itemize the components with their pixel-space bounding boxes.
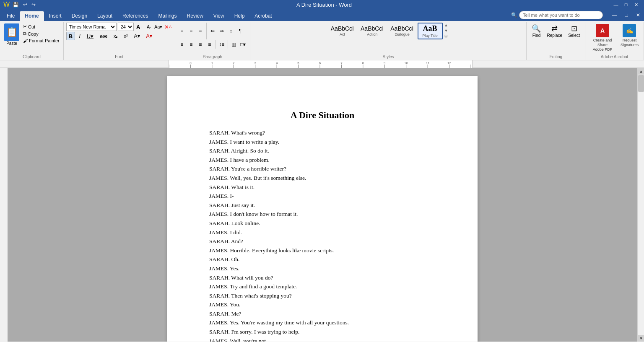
horizontal-ruler: 0123456789101112	[169, 60, 473, 67]
multilevel-button[interactable]: ≡	[196, 27, 205, 35]
svg-text:2: 2	[233, 61, 235, 65]
text-highlight-button[interactable]: A▾	[132, 32, 143, 40]
clear-format-button[interactable]: ✕A	[164, 23, 172, 31]
font-family-select[interactable]: Times New Roma	[66, 23, 117, 31]
sep2	[216, 40, 216, 49]
tab-home[interactable]: Home	[20, 11, 44, 21]
create-share-pdf-button[interactable]: A Create and ShareAdobe PDF	[588, 23, 617, 53]
svg-text:7: 7	[340, 61, 343, 65]
cut-button[interactable]: ✂ Cut	[22, 23, 61, 30]
adobe-content: A Create and ShareAdobe PDF ✍ RequestSig…	[588, 23, 641, 54]
undo-icon[interactable]: ↩	[22, 2, 29, 8]
tab-help[interactable]: Help	[229, 11, 250, 21]
maximize-button[interactable]: □	[621, 1, 631, 8]
scrollbar-thumb[interactable]	[638, 75, 644, 92]
paragraph-content: ≡ ≡ ≡ ⇐ ⇒ ↕ ¶ ≡ ≡ ≡ ≡ ↕≡ ▥ □▾	[178, 23, 247, 54]
change-case-button[interactable]: Aa▾	[154, 23, 163, 31]
right-scrollbar[interactable]: ▲ ▼	[637, 68, 644, 342]
tab-view[interactable]: View	[208, 11, 229, 21]
window-controls: — □ ✕	[611, 1, 641, 8]
tab-references[interactable]: References	[117, 11, 153, 21]
tab-review[interactable]: Review	[182, 11, 208, 21]
scrollbar-track[interactable]	[638, 75, 644, 335]
styles-scroll-down[interactable]: ▼	[444, 28, 449, 33]
strikethrough-button[interactable]: abc	[97, 32, 110, 40]
increase-indent-button[interactable]: ⇒	[218, 27, 226, 35]
bullets-button[interactable]: ≡	[178, 27, 186, 35]
document-line: SARAH. What's wrong?	[209, 128, 436, 137]
styles-group-label[interactable]: Styles	[253, 54, 524, 59]
font-group-label[interactable]: Font	[66, 54, 172, 59]
bold-button[interactable]: B	[66, 32, 75, 40]
word-icon: W	[3, 1, 10, 8]
document-area[interactable]: A Dire Situation SARAH. What's wrong?JAM…	[8, 68, 637, 342]
style-label: Action	[367, 32, 377, 36]
paste-button[interactable]: 📋 Paste	[3, 23, 21, 47]
editing-group-label[interactable]: Editing	[529, 54, 582, 59]
align-center-button[interactable]: ≡	[187, 40, 195, 49]
styles-items: AaBbCcIActAaBbCcIActionAaBbCcIDialogueAa…	[328, 23, 443, 39]
tab-design[interactable]: Design	[67, 11, 92, 21]
ribbon-restore-btn[interactable]: □	[621, 9, 632, 21]
svg-text:3: 3	[254, 61, 256, 65]
subscript-button[interactable]: x₂	[111, 32, 120, 40]
styles-more[interactable]: ⊞	[444, 34, 449, 39]
request-signatures-icon: ✍	[623, 24, 636, 37]
document-line: SARAH. And?	[209, 237, 436, 246]
style-preview: AaBbCcI	[390, 25, 413, 32]
close-button[interactable]: ✕	[631, 1, 641, 8]
clipboard-label[interactable]: Clipboard	[3, 54, 61, 59]
font-size-select[interactable]: 24	[118, 23, 134, 31]
create-share-pdf-label: Create and ShareAdobe PDF	[590, 38, 615, 52]
underline-button[interactable]: U▾	[84, 32, 96, 40]
svg-text:11: 11	[426, 61, 430, 65]
document-heading[interactable]: A Dire Situation	[209, 110, 436, 121]
replace-button[interactable]: ⇄ Replace	[544, 23, 565, 39]
italic-button[interactable]: I	[76, 32, 83, 40]
decrease-font-size-button[interactable]: A-	[145, 23, 153, 31]
increase-font-size-button[interactable]: A+	[135, 23, 143, 31]
show-hide-button[interactable]: ¶	[236, 27, 244, 35]
editing-group: 🔍 Find ⇄ Replace ⊡ Select Editing	[527, 22, 585, 60]
line-spacing-button[interactable]: ↕≡	[218, 40, 226, 49]
tab-insert[interactable]: Insert	[44, 11, 67, 21]
scrollbar-down-button[interactable]: ▼	[638, 335, 644, 342]
tab-acrobat[interactable]: Acrobat	[249, 11, 277, 21]
font-color-button[interactable]: A▾	[144, 32, 155, 40]
align-left-button[interactable]: ≡	[178, 40, 186, 49]
style-item-act[interactable]: AaBbCcIAct	[328, 24, 357, 38]
left-ruler	[0, 68, 8, 342]
borders-button[interactable]: □▾	[239, 40, 247, 49]
select-button[interactable]: ⊡ Select	[566, 23, 582, 39]
tab-file[interactable]: File	[2, 11, 20, 21]
adobe-group-label[interactable]: Adobe Acrobat	[588, 54, 641, 59]
save-icon[interactable]: 💾	[11, 2, 20, 8]
tell-me-input[interactable]	[519, 11, 603, 19]
redo-icon[interactable]: ↪	[30, 2, 37, 8]
style-item-play-title[interactable]: AaBPlay Title	[418, 23, 443, 39]
tab-mailings[interactable]: Mailings	[153, 11, 182, 21]
document-line: SARAH. Look online.	[209, 219, 436, 228]
paragraph-group-label[interactable]: Paragraph	[178, 54, 247, 59]
tab-layout[interactable]: Layout	[92, 11, 117, 21]
style-item-action[interactable]: AaBbCcIAction	[358, 24, 387, 38]
superscript-button[interactable]: x²	[121, 32, 130, 40]
align-right-button[interactable]: ≡	[196, 40, 205, 49]
justify-button[interactable]: ≡	[205, 40, 214, 49]
minimize-button[interactable]: —	[611, 1, 621, 8]
style-item-dialogue[interactable]: AaBbCcIDialogue	[387, 24, 416, 38]
format-painter-button[interactable]: 🖌 Format Painter	[22, 38, 61, 44]
scrollbar-up-button[interactable]: ▲	[638, 68, 644, 75]
find-button[interactable]: 🔍 Find	[529, 23, 543, 39]
styles-scroll-up[interactable]: ▲	[444, 23, 449, 28]
numbering-button[interactable]: ≡	[187, 27, 195, 35]
decrease-indent-button[interactable]: ⇐	[208, 27, 217, 35]
tell-me-search[interactable]: 🔍	[508, 9, 606, 21]
shading-button[interactable]: ▥	[230, 40, 238, 49]
ribbon-close-btn[interactable]: ✕	[632, 9, 644, 21]
svg-text:1: 1	[211, 61, 213, 65]
sort-button[interactable]: ↕	[227, 27, 235, 35]
copy-button[interactable]: ⧉ Copy	[22, 31, 61, 37]
ribbon-minimize-btn[interactable]: —	[609, 9, 621, 21]
request-signatures-button[interactable]: ✍ RequestSignatures	[618, 23, 641, 49]
